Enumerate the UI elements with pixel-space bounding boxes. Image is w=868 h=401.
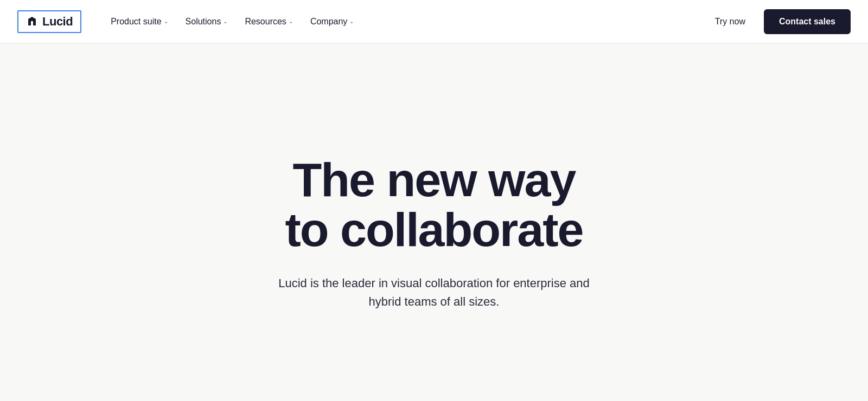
nav-solutions-label: Solutions	[186, 17, 221, 27]
lucid-logo-icon	[26, 16, 38, 28]
hero-section: The new way to collaborate Lucid is the …	[0, 43, 868, 401]
nav-company[interactable]: Company ⌄	[303, 12, 361, 31]
nav-resources[interactable]: Resources ⌄	[237, 12, 300, 31]
nav-left: Lucid Product suite ⌄ Solutions ⌄ Resour…	[17, 10, 361, 33]
navbar: Lucid Product suite ⌄ Solutions ⌄ Resour…	[0, 0, 868, 43]
contact-sales-button[interactable]: Contact sales	[764, 9, 851, 34]
nav-company-label: Company	[310, 17, 347, 27]
nav-solutions[interactable]: Solutions ⌄	[178, 12, 235, 31]
chevron-down-icon: ⌄	[349, 18, 354, 24]
chevron-down-icon: ⌄	[164, 18, 168, 24]
nav-product-suite[interactable]: Product suite ⌄	[103, 12, 175, 31]
hero-title: The new way to collaborate	[285, 155, 583, 255]
hero-subtitle: Lucid is the leader in visual collaborat…	[266, 274, 602, 311]
logo[interactable]: Lucid	[17, 10, 81, 33]
hero-title-line2: to collaborate	[285, 203, 583, 256]
nav-right: Try now Contact sales	[705, 9, 851, 34]
nav-product-suite-label: Product suite	[111, 17, 161, 27]
try-now-button[interactable]: Try now	[705, 11, 755, 32]
chevron-down-icon: ⌄	[289, 18, 293, 24]
hero-title-line1: The new way	[293, 153, 576, 206]
nav-resources-label: Resources	[245, 17, 286, 27]
chevron-down-icon: ⌄	[223, 18, 227, 24]
logo-text: Lucid	[42, 15, 73, 29]
nav-links: Product suite ⌄ Solutions ⌄ Resources ⌄ …	[103, 12, 361, 31]
